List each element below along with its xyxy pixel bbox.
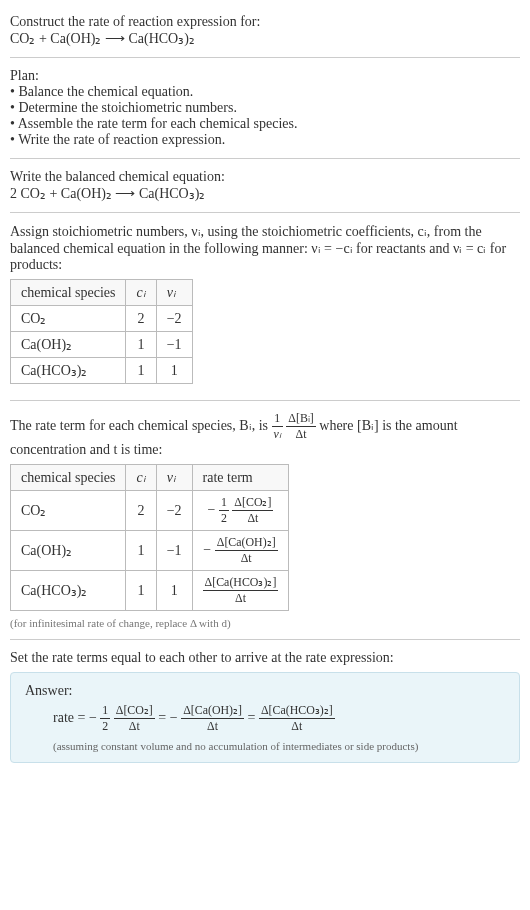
frac-num: Δ[CO₂] — [114, 703, 155, 719]
frac-num: Δ[Ca(HCO₃)₂] — [203, 575, 279, 591]
plan-heading: Plan: — [10, 68, 520, 84]
cell-nu: 1 — [156, 571, 192, 611]
plan-item: Balance the chemical equation. — [10, 84, 520, 100]
term3-delta: Δ[Ca(HCO₃)₂] Δt — [259, 703, 335, 734]
cell-species: Ca(OH)₂ — [11, 332, 126, 358]
frac-num: Δ[Bᵢ] — [286, 411, 316, 427]
rate-table: chemical species cᵢ νᵢ rate term CO₂ 2 −… — [10, 464, 289, 611]
term2-delta: Δ[Ca(OH)₂] Δt — [181, 703, 244, 734]
plan-item: Write the rate of reaction expression. — [10, 132, 520, 148]
table-row: Ca(OH)₂ 1 −1 − Δ[Ca(OH)₂] Δt — [11, 531, 289, 571]
term1-coef: 1 2 — [100, 703, 110, 734]
table-row: CO₂ 2 −2 — [11, 306, 193, 332]
table-row: Ca(HCO₃)₂ 1 1 Δ[Ca(HCO₃)₂] Δt — [11, 571, 289, 611]
frac-den: Δt — [215, 551, 278, 566]
prompt-equation: CO₂ + Ca(OH)₂ ⟶ Ca(HCO₃)₂ — [10, 30, 520, 47]
cell-c: 2 — [126, 491, 156, 531]
rate-intro-pre: The rate term for each chemical species,… — [10, 418, 272, 433]
divider — [10, 400, 520, 401]
col-c: cᵢ — [126, 465, 156, 491]
plan-item: Assemble the rate term for each chemical… — [10, 116, 520, 132]
stoich-intro: Assign stoichiometric numbers, νᵢ, using… — [10, 223, 520, 273]
answer-footnote: (assuming constant volume and no accumul… — [25, 740, 505, 752]
divider — [10, 57, 520, 58]
cell-c: 2 — [126, 306, 156, 332]
col-species: chemical species — [11, 465, 126, 491]
rate-delta-frac: Δ[CO₂] Δt — [232, 495, 273, 526]
plan-item: Determine the stoichiometric numbers. — [10, 100, 520, 116]
plan-section: Plan: Balance the chemical equation. Det… — [10, 62, 520, 154]
col-nu: νᵢ — [156, 280, 192, 306]
cell-rate: − 1 2 Δ[CO₂] Δt — [192, 491, 289, 531]
answer-box: Answer: rate = − 1 2 Δ[CO₂] Δt = − Δ[Ca(… — [10, 672, 520, 763]
frac-num: Δ[Ca(OH)₂] — [215, 535, 278, 551]
cell-nu: −2 — [156, 306, 192, 332]
cell-nu: −1 — [156, 531, 192, 571]
cell-species: Ca(OH)₂ — [11, 531, 126, 571]
final-section: Set the rate terms equal to each other t… — [10, 644, 520, 769]
answer-label: Answer: — [25, 683, 505, 699]
final-heading: Set the rate terms equal to each other t… — [10, 650, 520, 666]
divider — [10, 639, 520, 640]
rate-delta-frac: Δ[Bᵢ] Δt — [286, 411, 316, 442]
rate-delta-frac: Δ[Ca(HCO₃)₂] Δt — [203, 575, 279, 606]
divider — [10, 212, 520, 213]
table-header-row: chemical species cᵢ νᵢ — [11, 280, 193, 306]
col-nu: νᵢ — [156, 465, 192, 491]
frac-den: Δt — [114, 719, 155, 734]
cell-rate: − Δ[Ca(OH)₂] Δt — [192, 531, 289, 571]
frac-den: Δt — [181, 719, 244, 734]
col-c: cᵢ — [126, 280, 156, 306]
rate-intro: The rate term for each chemical species,… — [10, 411, 520, 458]
frac-num: 1 — [272, 411, 283, 427]
equals: = — [248, 710, 259, 725]
equals: = — [158, 710, 169, 725]
plan-list: Balance the chemical equation. Determine… — [10, 84, 520, 148]
col-rate: rate term — [192, 465, 289, 491]
frac-den: νᵢ — [272, 427, 283, 442]
frac-den: 2 — [100, 719, 110, 734]
frac-num: Δ[Ca(HCO₃)₂] — [259, 703, 335, 719]
frac-den: Δt — [286, 427, 316, 442]
stoich-table: chemical species cᵢ νᵢ CO₂ 2 −2 Ca(OH)₂ … — [10, 279, 193, 384]
term2-prefix: − — [170, 710, 178, 725]
infinitesimal-note: (for infinitesimal rate of change, repla… — [10, 617, 520, 629]
prompt-section: Construct the rate of reaction expressio… — [10, 8, 520, 53]
table-row: CO₂ 2 −2 − 1 2 Δ[CO₂] Δt — [11, 491, 289, 531]
frac-num: Δ[Ca(OH)₂] — [181, 703, 244, 719]
balanced-section: Write the balanced chemical equation: 2 … — [10, 163, 520, 208]
table-row: Ca(OH)₂ 1 −1 — [11, 332, 193, 358]
cell-species: Ca(HCO₃)₂ — [11, 571, 126, 611]
rate-delta-frac: Δ[Ca(OH)₂] Δt — [215, 535, 278, 566]
cell-c: 1 — [126, 358, 156, 384]
cell-nu: −2 — [156, 491, 192, 531]
cell-c: 1 — [126, 531, 156, 571]
frac-den: Δt — [203, 591, 279, 606]
cell-species: CO₂ — [11, 306, 126, 332]
rate-coef-frac: 1 νᵢ — [272, 411, 283, 442]
cell-species: Ca(HCO₃)₂ — [11, 358, 126, 384]
cell-c: 1 — [126, 332, 156, 358]
rate-coef-frac: 1 2 — [219, 495, 229, 526]
balanced-heading: Write the balanced chemical equation: — [10, 169, 520, 185]
rate-prefix: − — [208, 502, 216, 517]
term1-prefix: − — [89, 710, 97, 725]
cell-rate: Δ[Ca(HCO₃)₂] Δt — [192, 571, 289, 611]
prompt-line: Construct the rate of reaction expressio… — [10, 14, 520, 30]
frac-num: Δ[CO₂] — [232, 495, 273, 511]
table-header-row: chemical species cᵢ νᵢ rate term — [11, 465, 289, 491]
stoich-section: Assign stoichiometric numbers, νᵢ, using… — [10, 217, 520, 396]
rate-prefix: − — [203, 542, 211, 557]
balanced-equation: 2 CO₂ + Ca(OH)₂ ⟶ Ca(HCO₃)₂ — [10, 185, 520, 202]
rate-term-section: The rate term for each chemical species,… — [10, 405, 520, 635]
rate-expression: rate = − 1 2 Δ[CO₂] Δt = − Δ[Ca(OH)₂] Δt… — [25, 703, 505, 734]
cell-nu: 1 — [156, 358, 192, 384]
table-row: Ca(HCO₃)₂ 1 1 — [11, 358, 193, 384]
cell-nu: −1 — [156, 332, 192, 358]
frac-num: 1 — [219, 495, 229, 511]
cell-species: CO₂ — [11, 491, 126, 531]
cell-c: 1 — [126, 571, 156, 611]
col-species: chemical species — [11, 280, 126, 306]
frac-den: 2 — [219, 511, 229, 526]
frac-den: Δt — [232, 511, 273, 526]
